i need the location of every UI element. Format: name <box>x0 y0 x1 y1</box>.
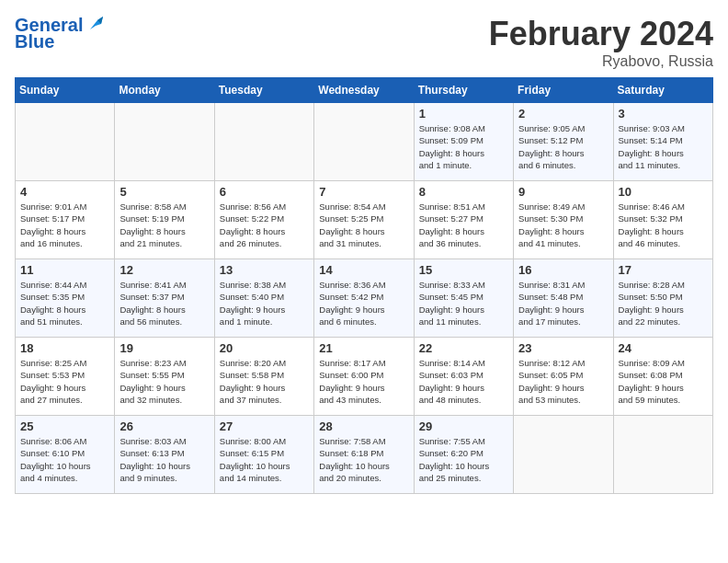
calendar-cell: 7Sunrise: 8:54 AM Sunset: 5:25 PM Daylig… <box>314 181 414 259</box>
day-info: Sunrise: 8:38 AM Sunset: 5:40 PM Dayligh… <box>220 279 309 327</box>
calendar-title: February 2024 <box>489 15 713 53</box>
calendar-cell: 2Sunrise: 9:05 AM Sunset: 5:12 PM Daylig… <box>514 103 613 181</box>
day-number: 16 <box>518 263 608 277</box>
day-number: 11 <box>20 263 109 277</box>
calendar-cell <box>214 103 313 181</box>
calendar-cell: 22Sunrise: 8:14 AM Sunset: 6:03 PM Dayli… <box>414 338 513 416</box>
day-info: Sunrise: 8:58 AM Sunset: 5:19 PM Dayligh… <box>119 201 209 249</box>
calendar-cell: 26Sunrise: 8:03 AM Sunset: 6:13 PM Dayli… <box>115 416 214 494</box>
day-number: 10 <box>619 185 708 199</box>
calendar-cell <box>514 416 613 494</box>
day-info: Sunrise: 8:17 AM Sunset: 6:00 PM Dayligh… <box>319 357 408 406</box>
calendar-cell: 4Sunrise: 9:01 AM Sunset: 5:17 PM Daylig… <box>16 181 115 259</box>
calendar-cell: 28Sunrise: 7:58 AM Sunset: 6:18 PM Dayli… <box>314 416 414 494</box>
day-info: Sunrise: 8:06 AM Sunset: 6:10 PM Dayligh… <box>20 435 109 484</box>
week-row-2: 4Sunrise: 9:01 AM Sunset: 5:17 PM Daylig… <box>16 181 713 259</box>
calendar-cell: 9Sunrise: 8:49 AM Sunset: 5:30 PM Daylig… <box>514 181 613 259</box>
calendar-cell: 19Sunrise: 8:23 AM Sunset: 5:55 PM Dayli… <box>115 338 214 416</box>
day-info: Sunrise: 8:12 AM Sunset: 6:05 PM Dayligh… <box>518 357 608 406</box>
day-info: Sunrise: 8:20 AM Sunset: 5:58 PM Dayligh… <box>220 357 309 406</box>
day-info: Sunrise: 8:44 AM Sunset: 5:35 PM Dayligh… <box>20 279 109 327</box>
day-info: Sunrise: 8:51 AM Sunset: 5:27 PM Dayligh… <box>419 201 508 249</box>
day-info: Sunrise: 8:23 AM Sunset: 5:55 PM Dayligh… <box>119 357 209 406</box>
day-info: Sunrise: 9:01 AM Sunset: 5:17 PM Dayligh… <box>20 201 109 249</box>
day-header-wednesday: Wednesday <box>314 78 414 103</box>
calendar-cell: 23Sunrise: 8:12 AM Sunset: 6:05 PM Dayli… <box>514 338 613 416</box>
calendar-subtitle: Ryabovo, Russia <box>489 53 713 70</box>
week-row-3: 11Sunrise: 8:44 AM Sunset: 5:35 PM Dayli… <box>16 259 713 338</box>
calendar-cell: 25Sunrise: 8:06 AM Sunset: 6:10 PM Dayli… <box>16 416 115 494</box>
day-number: 13 <box>220 263 309 277</box>
day-number: 8 <box>419 185 508 199</box>
day-number: 6 <box>220 185 309 199</box>
day-info: Sunrise: 8:00 AM Sunset: 6:15 PM Dayligh… <box>220 435 309 484</box>
calendar-cell: 15Sunrise: 8:33 AM Sunset: 5:45 PM Dayli… <box>414 259 513 338</box>
day-info: Sunrise: 7:55 AM Sunset: 6:20 PM Dayligh… <box>419 435 508 484</box>
day-number: 19 <box>119 341 209 355</box>
day-info: Sunrise: 8:41 AM Sunset: 5:37 PM Dayligh… <box>119 279 209 327</box>
calendar-cell <box>115 103 214 181</box>
calendar-cell: 21Sunrise: 8:17 AM Sunset: 6:00 PM Dayli… <box>314 338 414 416</box>
day-number: 24 <box>619 341 708 355</box>
week-row-1: 1Sunrise: 9:08 AM Sunset: 5:09 PM Daylig… <box>16 103 713 181</box>
calendar-cell: 11Sunrise: 8:44 AM Sunset: 5:35 PM Dayli… <box>16 259 115 338</box>
day-number: 7 <box>319 185 408 199</box>
day-info: Sunrise: 8:14 AM Sunset: 6:03 PM Dayligh… <box>419 357 508 406</box>
calendar-cell: 12Sunrise: 8:41 AM Sunset: 5:37 PM Dayli… <box>115 259 214 338</box>
day-header-monday: Monday <box>115 78 214 103</box>
day-number: 9 <box>518 185 608 199</box>
day-number: 27 <box>220 419 309 433</box>
day-info: Sunrise: 8:36 AM Sunset: 5:42 PM Dayligh… <box>319 279 408 327</box>
day-number: 3 <box>619 107 708 121</box>
calendar-cell: 3Sunrise: 9:03 AM Sunset: 5:14 PM Daylig… <box>613 103 712 181</box>
calendar-cell: 10Sunrise: 8:46 AM Sunset: 5:32 PM Dayli… <box>613 181 712 259</box>
calendar-cell: 13Sunrise: 8:38 AM Sunset: 5:40 PM Dayli… <box>214 259 313 338</box>
day-info: Sunrise: 9:05 AM Sunset: 5:12 PM Dayligh… <box>518 122 608 171</box>
logo-blue-text: Blue <box>15 31 54 52</box>
title-area: February 2024 Ryabovo, Russia <box>489 15 713 70</box>
day-number: 29 <box>419 419 508 433</box>
day-info: Sunrise: 8:56 AM Sunset: 5:22 PM Dayligh… <box>220 201 309 249</box>
day-info: Sunrise: 8:54 AM Sunset: 5:25 PM Dayligh… <box>319 201 408 249</box>
calendar-table: SundayMondayTuesdayWednesdayThursdayFrid… <box>15 77 713 494</box>
day-number: 25 <box>20 419 109 433</box>
day-info: Sunrise: 8:33 AM Sunset: 5:45 PM Dayligh… <box>419 279 508 327</box>
day-number: 20 <box>220 341 309 355</box>
logo: General Blue <box>15 15 105 52</box>
day-info: Sunrise: 8:31 AM Sunset: 5:48 PM Dayligh… <box>518 279 608 327</box>
days-header-row: SundayMondayTuesdayWednesdayThursdayFrid… <box>16 78 713 103</box>
day-number: 18 <box>20 341 109 355</box>
calendar-cell: 8Sunrise: 8:51 AM Sunset: 5:27 PM Daylig… <box>414 181 513 259</box>
calendar-cell: 1Sunrise: 9:08 AM Sunset: 5:09 PM Daylig… <box>414 103 513 181</box>
day-number: 5 <box>119 185 209 199</box>
day-number: 28 <box>319 419 408 433</box>
day-info: Sunrise: 8:25 AM Sunset: 5:53 PM Dayligh… <box>20 357 109 406</box>
logo-bird-icon <box>85 13 105 33</box>
calendar-cell: 16Sunrise: 8:31 AM Sunset: 5:48 PM Dayli… <box>514 259 613 338</box>
day-info: Sunrise: 8:49 AM Sunset: 5:30 PM Dayligh… <box>518 201 608 249</box>
calendar-cell: 20Sunrise: 8:20 AM Sunset: 5:58 PM Dayli… <box>214 338 313 416</box>
day-number: 21 <box>319 341 408 355</box>
calendar-cell <box>16 103 115 181</box>
day-info: Sunrise: 8:28 AM Sunset: 5:50 PM Dayligh… <box>619 279 708 327</box>
day-number: 17 <box>619 263 708 277</box>
calendar-cell: 6Sunrise: 8:56 AM Sunset: 5:22 PM Daylig… <box>214 181 313 259</box>
day-number: 15 <box>419 263 508 277</box>
day-header-friday: Friday <box>514 78 613 103</box>
day-number: 23 <box>518 341 608 355</box>
calendar-cell: 29Sunrise: 7:55 AM Sunset: 6:20 PM Dayli… <box>414 416 513 494</box>
calendar-cell: 5Sunrise: 8:58 AM Sunset: 5:19 PM Daylig… <box>115 181 214 259</box>
calendar-cell <box>314 103 414 181</box>
day-header-saturday: Saturday <box>613 78 712 103</box>
day-number: 14 <box>319 263 408 277</box>
day-info: Sunrise: 7:58 AM Sunset: 6:18 PM Dayligh… <box>319 435 408 484</box>
calendar-cell: 18Sunrise: 8:25 AM Sunset: 5:53 PM Dayli… <box>16 338 115 416</box>
day-header-sunday: Sunday <box>16 78 115 103</box>
calendar-cell: 24Sunrise: 8:09 AM Sunset: 6:08 PM Dayli… <box>613 338 712 416</box>
day-number: 1 <box>419 107 508 121</box>
day-info: Sunrise: 9:08 AM Sunset: 5:09 PM Dayligh… <box>419 122 508 171</box>
day-number: 4 <box>20 185 109 199</box>
header: General Blue February 2024 Ryabovo, Russ… <box>15 15 713 70</box>
calendar-cell: 14Sunrise: 8:36 AM Sunset: 5:42 PM Dayli… <box>314 259 414 338</box>
week-row-4: 18Sunrise: 8:25 AM Sunset: 5:53 PM Dayli… <box>16 338 713 416</box>
